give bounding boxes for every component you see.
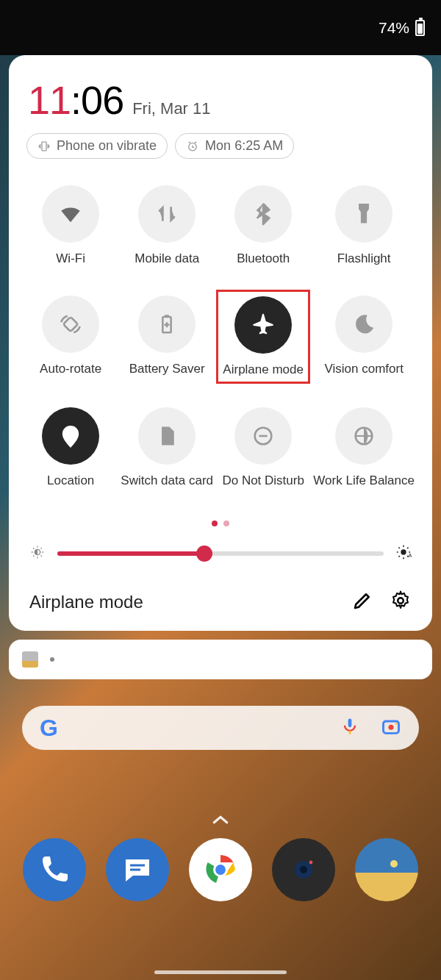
tile-wifi[interactable]: Wi-Fi <box>24 179 118 272</box>
status-chips: Phone on vibrate Mon 6:25 AM <box>24 133 417 166</box>
tile-battery-saver[interactable]: Battery Saver <box>118 290 216 384</box>
svg-point-21 <box>300 866 307 873</box>
svg-point-23 <box>390 860 398 868</box>
tile-wifi-label: Wi-Fi <box>56 251 85 266</box>
svg-rect-2 <box>63 317 78 332</box>
page-dot-1 <box>212 521 218 526</box>
panel-footer-label: Airplane mode <box>29 592 335 612</box>
app-drawer-handle[interactable] <box>209 809 232 834</box>
chrome-icon <box>203 852 238 887</box>
tile-do-not-disturb[interactable]: Do Not Disturb <box>216 401 310 494</box>
brightness-row: A <box>24 540 417 582</box>
brightness-thumb[interactable] <box>196 546 212 562</box>
brightness-fill <box>57 551 204 556</box>
gesture-bar[interactable] <box>154 970 287 974</box>
sim-icon: 1 <box>154 423 179 448</box>
dock <box>0 838 441 901</box>
wifi-icon <box>58 201 83 226</box>
tile-work-label: Work Life Balance <box>313 473 415 488</box>
dock-chrome[interactable] <box>189 838 252 901</box>
tile-airplane-label: Airplane mode <box>223 362 304 377</box>
quick-settings-panel: 11:06 Fri, Mar 11 Phone on vibrate Mon 6… <box>9 55 432 631</box>
tile-switch-sim-label: Switch data card <box>121 473 213 488</box>
svg-point-10 <box>401 549 406 554</box>
flashlight-icon <box>351 201 376 226</box>
svg-point-15 <box>389 725 394 730</box>
phone-icon <box>37 852 72 887</box>
location-icon <box>58 423 83 448</box>
brightness-auto-icon[interactable]: A <box>395 544 412 563</box>
tile-flashlight-label: Flashlight <box>337 251 391 266</box>
svg-rect-13 <box>348 719 352 728</box>
tile-battery-saver-label: Battery Saver <box>129 362 205 376</box>
tile-vision-label: Vision comfort <box>324 362 403 376</box>
battery-icon <box>415 20 425 36</box>
alarm-chip-label: Mon 6:25 AM <box>205 138 283 154</box>
pencil-icon <box>351 590 373 612</box>
vibrate-chip[interactable]: Phone on vibrate <box>26 133 168 159</box>
tile-auto-rotate[interactable]: Auto-rotate <box>24 290 118 384</box>
clock-row: 11:06 Fri, Mar 11 <box>24 77 417 133</box>
svg-point-16 <box>395 723 397 724</box>
vibrate-chip-label: Phone on vibrate <box>57 138 157 154</box>
edit-button[interactable] <box>351 590 373 615</box>
bluetooth-icon <box>251 201 276 226</box>
status-bar: 74% <box>0 0 441 55</box>
tile-airplane-mode[interactable]: Airplane mode <box>216 290 310 384</box>
battery-percent: 74% <box>379 19 409 37</box>
tile-switch-data-card[interactable]: 1 Switch data card <box>118 401 216 494</box>
google-search-bar[interactable]: G <box>22 706 419 750</box>
tile-auto-rotate-label: Auto-rotate <box>40 362 101 376</box>
alarm-icon <box>186 140 199 153</box>
svg-rect-0 <box>42 142 46 151</box>
tile-mobile-data[interactable]: Mobile data <box>118 179 216 272</box>
dock-messages[interactable] <box>106 838 169 901</box>
camera-app-icon <box>286 852 321 887</box>
notification-strip[interactable] <box>9 640 432 679</box>
google-logo: G <box>40 715 58 742</box>
mic-icon[interactable] <box>340 716 360 740</box>
svg-point-22 <box>309 861 312 865</box>
clock-date: Fri, Mar 11 <box>132 99 210 118</box>
notification-app-icon <box>22 651 38 668</box>
page-indicator <box>24 498 417 540</box>
clock: 11:06 <box>28 77 123 123</box>
dock-camera[interactable] <box>272 838 335 901</box>
tile-dnd-label: Do Not Disturb <box>222 473 304 488</box>
panel-footer: Airplane mode <box>24 582 417 618</box>
tile-work-life-balance[interactable]: Work Life Balance <box>310 401 417 494</box>
settings-button[interactable] <box>390 590 412 615</box>
dock-gallery[interactable] <box>355 838 418 901</box>
gallery-app-icon <box>369 852 404 887</box>
airplane-icon <box>251 312 276 337</box>
svg-text:1: 1 <box>165 433 169 442</box>
gear-icon <box>390 590 412 612</box>
tile-location[interactable]: Location <box>24 401 118 494</box>
mobile-data-icon <box>154 201 179 226</box>
alarm-chip[interactable]: Mon 6:25 AM <box>175 133 294 159</box>
brightness-low-icon <box>29 544 46 563</box>
tile-location-label: Location <box>47 473 94 488</box>
notification-dot <box>50 657 54 662</box>
clock-minutes: 06 <box>81 78 123 122</box>
tile-bluetooth-label: Bluetooth <box>237 251 290 266</box>
camera-lens-icon[interactable] <box>381 716 401 740</box>
clock-sep: : <box>71 78 81 122</box>
tile-bluetooth[interactable]: Bluetooth <box>216 179 310 272</box>
svg-point-12 <box>398 598 404 604</box>
svg-rect-4 <box>165 315 169 317</box>
tile-mobile-data-label: Mobile data <box>135 251 199 266</box>
vibrate-icon <box>37 140 51 153</box>
page-dot-2 <box>223 521 229 526</box>
tile-vision-comfort[interactable]: Vision comfort <box>310 290 417 384</box>
svg-text:A: A <box>408 552 412 559</box>
battery-saver-icon <box>154 312 179 337</box>
brightness-slider[interactable] <box>57 551 384 556</box>
tile-flashlight[interactable]: Flashlight <box>310 179 417 272</box>
dock-phone[interactable] <box>23 838 86 901</box>
clock-hours: 11 <box>28 78 71 122</box>
dnd-icon <box>251 423 276 448</box>
chevron-up-icon <box>209 809 232 831</box>
globe-icon <box>351 423 376 448</box>
auto-rotate-icon <box>58 312 83 337</box>
